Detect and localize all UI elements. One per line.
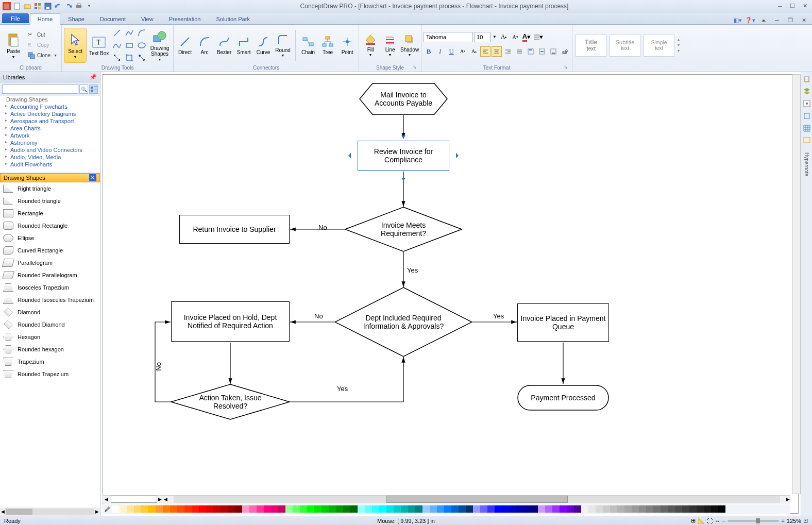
color-swatch[interactable]: [141, 505, 148, 513]
flow-dept-included[interactable]: Dept Included Required Information & App…: [334, 287, 472, 359]
collapse-ribbon-button[interactable]: ⏶: [758, 16, 769, 24]
open-icon[interactable]: [23, 2, 32, 11]
cut-button[interactable]: ✂Cut: [26, 30, 59, 40]
redo-icon[interactable]: [64, 2, 73, 11]
color-swatch[interactable]: [221, 505, 228, 513]
color-swatch[interactable]: [588, 505, 596, 513]
color-swatch[interactable]: [430, 505, 437, 513]
polyline-tool-icon[interactable]: [124, 27, 135, 39]
styles-up-icon[interactable]: ▴: [678, 37, 680, 42]
flow-meets-requirement[interactable]: Invoice Meets Requirement?: [345, 207, 462, 254]
color-swatch[interactable]: [675, 505, 682, 513]
stencil-item[interactable]: Rounded Parallelogram: [0, 269, 100, 281]
subtitle-text-style[interactable]: Subtitletext: [610, 34, 640, 57]
color-swatch[interactable]: [358, 505, 365, 513]
drawing-shapes-button[interactable]: Drawing Shapes▼: [148, 28, 171, 63]
stencil-item[interactable]: Hexagon: [0, 331, 100, 343]
fill-button[interactable]: Fill▼: [361, 28, 380, 63]
text-direction-button[interactable]: ab: [560, 46, 570, 57]
color-swatch[interactable]: [134, 505, 141, 513]
smart-connector-button[interactable]: Smart: [234, 28, 253, 63]
stencil-item[interactable]: Parallelogram: [0, 257, 100, 269]
color-swatch[interactable]: [278, 505, 285, 513]
color-swatch[interactable]: [711, 505, 718, 513]
node-tool-icon[interactable]: [136, 52, 147, 63]
textbox-button[interactable]: T Text Box: [88, 28, 110, 63]
flow-mail-invoice[interactable]: Mail Invoice to Accounts Payable: [359, 83, 448, 117]
font-size-select[interactable]: [474, 32, 490, 42]
print-icon[interactable]: [74, 2, 83, 11]
drawing-canvas[interactable]: Mail Invoice to Accounts Payable Review …: [103, 74, 799, 514]
color-swatch[interactable]: [249, 505, 257, 513]
fullscreen-icon[interactable]: ⛶: [707, 518, 713, 524]
tree-item[interactable]: Audit Flowcharts: [0, 161, 100, 168]
stencil-close-icon[interactable]: ✕: [89, 174, 96, 181]
fit-page-icon[interactable]: ⊡: [803, 517, 808, 524]
underline-button[interactable]: U: [446, 46, 456, 57]
search-button[interactable]: 🔍: [79, 84, 88, 94]
tab-shape[interactable]: Shape: [60, 13, 92, 24]
ellipse-tool-icon[interactable]: [136, 40, 147, 51]
color-swatch[interactable]: [639, 505, 646, 513]
color-swatch[interactable]: [329, 505, 336, 513]
color-swatch[interactable]: [293, 505, 300, 513]
palette-tool-icon[interactable]: 🖉: [105, 506, 110, 512]
color-swatch[interactable]: [718, 505, 725, 513]
stencil-item[interactable]: Isosceles Trapezium: [0, 281, 100, 294]
stencil-item[interactable]: Rectangle: [0, 207, 100, 219]
font-color-button[interactable]: A▾: [521, 32, 532, 42]
color-swatch[interactable]: [545, 505, 552, 513]
align-center-button[interactable]: [492, 46, 502, 57]
child-restore-button[interactable]: ❐: [785, 16, 796, 24]
direct-connector-button[interactable]: Direct: [176, 28, 194, 63]
close-button[interactable]: ✕: [800, 2, 810, 10]
flow-payment-processed[interactable]: Payment Processed: [517, 385, 609, 413]
align-justify-button[interactable]: [514, 46, 525, 57]
color-swatch[interactable]: [300, 505, 307, 513]
color-swatch[interactable]: [682, 505, 689, 513]
color-swatch[interactable]: [112, 505, 120, 513]
tab-home[interactable]: Home: [30, 13, 60, 25]
color-swatch[interactable]: [120, 505, 127, 513]
color-swatch[interactable]: [509, 505, 516, 513]
canvas-hscrollbar[interactable]: ◀ ▶ ◀ ▶: [103, 495, 790, 503]
color-swatch[interactable]: [560, 505, 567, 513]
minimize-button[interactable]: ─: [775, 2, 785, 10]
title-text-style[interactable]: Titletext: [576, 34, 606, 57]
stencil-item[interactable]: Right triangle: [0, 182, 100, 195]
color-swatch[interactable]: [495, 505, 502, 513]
color-swatch[interactable]: [704, 505, 711, 513]
color-swatch[interactable]: [596, 505, 603, 513]
styles-down-icon[interactable]: ▾: [678, 43, 680, 47]
spline-tool-icon[interactable]: [111, 40, 123, 51]
undo-icon[interactable]: [54, 2, 63, 11]
arc-tool-icon[interactable]: [136, 27, 147, 39]
color-swatch[interactable]: [552, 505, 560, 513]
maximize-button[interactable]: ☐: [787, 2, 798, 10]
properties-tool-icon[interactable]: [802, 99, 811, 108]
clipboard-tool-icon[interactable]: 📋: [802, 74, 811, 83]
color-swatch[interactable]: [307, 505, 314, 513]
layers-tool-icon[interactable]: [802, 87, 811, 96]
snap-icon[interactable]: ⊞: [691, 517, 696, 524]
stencil-item[interactable]: Ellipse: [0, 232, 100, 244]
hscroll-track[interactable]: [174, 496, 780, 503]
align-right-button[interactable]: [503, 46, 513, 57]
stencil-list[interactable]: Right triangleRounded triangleRectangleR…: [0, 182, 100, 507]
stencil-item[interactable]: Rounded Isosceles Trapezium: [0, 294, 100, 306]
stencil-item[interactable]: Diamond: [0, 306, 100, 318]
color-swatch[interactable]: [408, 505, 415, 513]
color-swatch[interactable]: [473, 505, 480, 513]
color-swatch[interactable]: [184, 505, 192, 513]
stencil-item[interactable]: Curved Rectangle: [0, 244, 100, 257]
pin-icon[interactable]: 📌: [90, 74, 97, 80]
library-search-input[interactable]: [2, 84, 78, 94]
color-swatch[interactable]: [581, 505, 588, 513]
color-swatch[interactable]: [480, 505, 487, 513]
flow-payment-queue[interactable]: Invoice Placed in Payment Queue: [517, 303, 609, 342]
tree-root[interactable]: Drawing Shapes: [0, 96, 100, 103]
color-swatch[interactable]: [163, 505, 170, 513]
flow-return-invoice[interactable]: Return Invoice to Supplier: [179, 215, 290, 244]
color-swatch[interactable]: [610, 505, 617, 513]
valign-middle-button[interactable]: [537, 46, 547, 57]
